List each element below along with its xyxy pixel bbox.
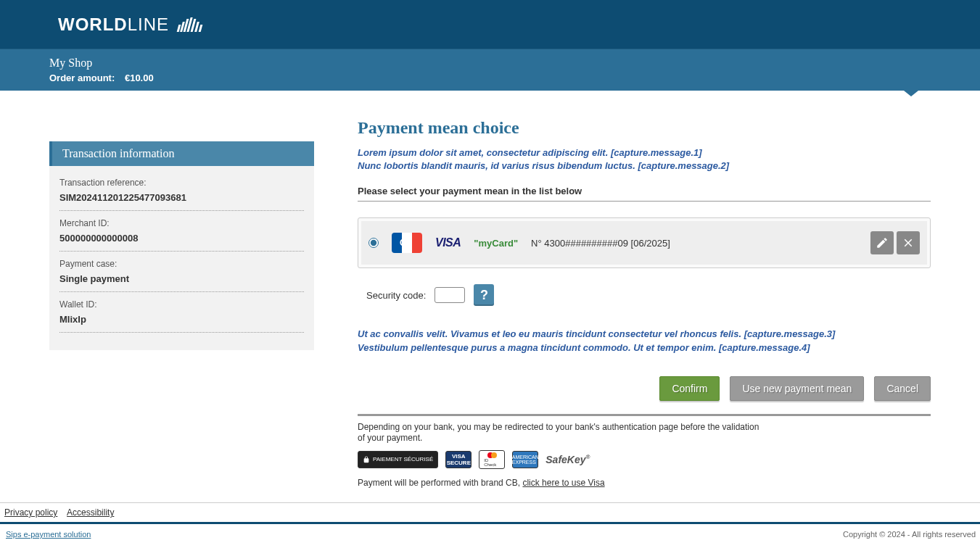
triangle-marker-icon bbox=[904, 91, 918, 96]
info-label: Payment case: bbox=[59, 259, 304, 269]
accessibility-link[interactable]: Accessibility bbox=[67, 507, 114, 518]
cb-card-icon: CB bbox=[392, 233, 422, 253]
edit-card-button[interactable] bbox=[870, 231, 894, 254]
capture-message-2: Nunc lobortis blandit mauris, id varius … bbox=[358, 159, 931, 173]
select-instruction: Please select your payment mean in the l… bbox=[358, 186, 931, 202]
payment-card-box: CB VISA "myCard" N° 4300##########09 [06… bbox=[358, 217, 931, 268]
capture-message-1: Lorem ipsum dolor sit amet, consectetur … bbox=[358, 146, 931, 159]
header-sub: My Shop Order amount: €10.00 bbox=[0, 49, 980, 91]
secure-badge-text: PAIEMENT SÉCURISÉ bbox=[373, 456, 433, 462]
amex-badge: AMERICAN EXPRESS bbox=[512, 451, 538, 468]
cancel-button[interactable]: Cancel bbox=[874, 376, 931, 401]
main-content: Payment mean choice Lorem ipsum dolor si… bbox=[358, 105, 931, 502]
info-value: 500000000000008 bbox=[59, 233, 304, 244]
info-value: MIixIp bbox=[59, 314, 304, 325]
sips-link[interactable]: Sips e-payment solution bbox=[6, 530, 91, 539]
worldline-logo: WORLDLINE bbox=[58, 14, 202, 35]
info-value: SIM202411201225477093681 bbox=[59, 192, 304, 203]
card-nickname: "myCard" bbox=[474, 238, 518, 249]
new-payment-mean-button[interactable]: Use new payment mean bbox=[730, 376, 864, 401]
info-row-wallet-id: Wallet ID: MIixIp bbox=[59, 295, 304, 333]
security-code-input[interactable] bbox=[435, 287, 465, 303]
transaction-sidebar: Transaction information Transaction refe… bbox=[49, 141, 314, 502]
page-title: Payment mean choice bbox=[358, 118, 931, 138]
card-radio[interactable] bbox=[368, 238, 379, 248]
sidebar-body: Transaction reference: SIM20241120122547… bbox=[49, 166, 314, 350]
mastercard-idcheck-badge: ID Check bbox=[479, 450, 505, 469]
order-amount-value: €10.00 bbox=[125, 72, 154, 83]
info-label: Wallet ID: bbox=[59, 299, 304, 310]
lock-icon bbox=[363, 455, 370, 464]
paiement-securise-badge: PAIEMENT SÉCURISÉ bbox=[358, 451, 438, 468]
pencil-icon bbox=[876, 236, 889, 249]
copyright-text: Copyright © 2024 - All rights reserved bbox=[843, 530, 976, 539]
logo-text: WORLDLINE bbox=[58, 14, 169, 35]
divider bbox=[358, 414, 931, 416]
info-row-merchant-id: Merchant ID: 500000000000008 bbox=[59, 214, 304, 252]
sidebar-title: Transaction information bbox=[49, 141, 314, 166]
close-icon bbox=[902, 236, 915, 249]
svg-text:CB: CB bbox=[400, 238, 413, 248]
header-top: WORLDLINE bbox=[0, 0, 980, 49]
info-label: Merchant ID: bbox=[59, 218, 304, 228]
capture-message-4: Vestibulum pellentesque purus a magna ti… bbox=[358, 341, 931, 354]
security-code-label: Security code: bbox=[366, 290, 426, 301]
visa-secure-badge: VISA SECURE bbox=[445, 451, 472, 468]
privacy-policy-link[interactable]: Privacy policy bbox=[4, 507, 57, 518]
bank-redirect-note: Depending on your bank, you may be redir… bbox=[358, 422, 764, 444]
security-code-help-button[interactable]: ? bbox=[474, 284, 494, 306]
order-amount-label: Order amount: bbox=[49, 72, 115, 83]
confirm-button[interactable]: Confirm bbox=[659, 376, 720, 401]
capture-message-3: Ut ac convallis velit. Vivamus et leo eu… bbox=[358, 328, 931, 341]
order-amount-row: Order amount: €10.00 bbox=[49, 72, 980, 83]
info-value: Single payment bbox=[59, 273, 304, 284]
safekey-badge: SafeKey® bbox=[545, 454, 590, 465]
security-code-row: Security code: ? bbox=[358, 284, 931, 306]
delete-card-button[interactable] bbox=[897, 231, 920, 254]
info-label: Transaction reference: bbox=[59, 178, 304, 188]
card-details: N° 4300##########09 [06/2025] bbox=[531, 238, 670, 249]
info-row-payment-case: Payment case: Single payment bbox=[59, 254, 304, 292]
action-button-row: Confirm Use new payment mean Cancel bbox=[358, 376, 931, 401]
info-row-transaction-ref: Transaction reference: SIM20241120122547… bbox=[59, 173, 304, 211]
footer-links: Privacy policy Accessibility bbox=[0, 502, 980, 524]
use-visa-link[interactable]: click here to use Visa bbox=[522, 478, 604, 488]
brand-note: Payment will be performed with brand CB,… bbox=[358, 478, 931, 488]
payment-card-row[interactable]: CB VISA "myCard" N° 4300##########09 [06… bbox=[361, 221, 927, 265]
brand-note-prefix: Payment will be performed with brand CB, bbox=[358, 478, 522, 488]
shop-name: My Shop bbox=[49, 57, 980, 70]
logo-stripes-icon bbox=[178, 17, 202, 32]
visa-card-icon: VISA bbox=[435, 236, 461, 249]
mc-check-text: ID Check bbox=[484, 458, 500, 467]
footer-bottom: Sips e-payment solution Copyright © 2024… bbox=[0, 524, 980, 539]
mastercard-icon bbox=[487, 452, 497, 458]
security-badges-row: PAIEMENT SÉCURISÉ VISA SECURE ID Check A… bbox=[358, 450, 931, 469]
